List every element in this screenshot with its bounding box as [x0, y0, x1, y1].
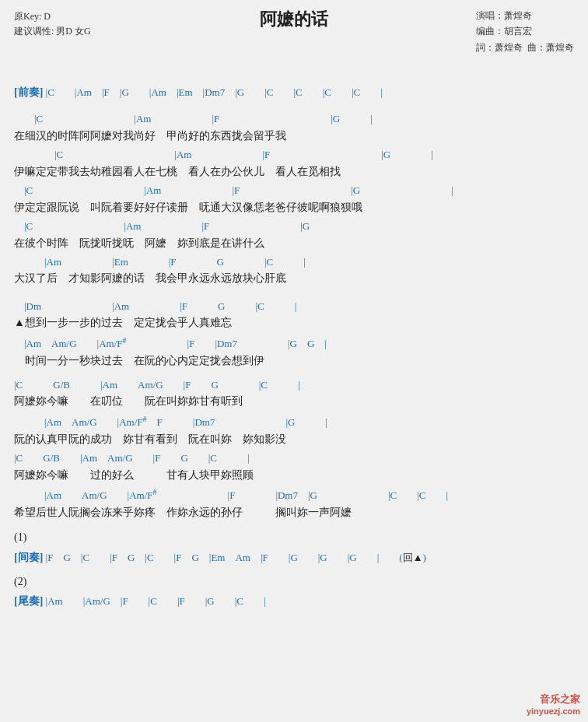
v2-lyric3: 阿嬷妳今嘛 过的好么 甘有人块甲妳照顾	[14, 467, 574, 484]
outro-chords: [尾奏] |Am |Am/G |F |C |F |G |C |	[14, 593, 574, 609]
page: 原Key: D 建议调性: 男D 女G 阿嬷的话 演唱：萧煌奇 编曲：胡言宏 詞…	[0, 0, 588, 722]
singer: 演唱：萧煌奇	[476, 8, 574, 23]
v2-chord3: |C G/B |Am Am/G |F G |C |	[14, 450, 574, 466]
section-prelude: [前奏] |C |Am |F |G |Am |Em |Dm7 |G |C |C …	[14, 84, 574, 100]
v1-chord4: |C |Am |F |G	[14, 219, 574, 234]
v1-chord3: |C |Am |F |G |	[14, 183, 574, 198]
section-verse1: |C |Am |F |G | 在细汉的时阵阿阿嬷对我尚好 甲尚好的东西拢会留乎我…	[14, 111, 574, 287]
v1-lyric3: 伊定定跟阮说 叫阮着要好好仔读册 呒通大汉像恁老爸仔彼呢啊狼狈哦	[14, 199, 574, 216]
prelude-chords: [前奏] |C |Am |F |G |Am |Em |Dm7 |G |C |C …	[14, 84, 574, 100]
meta-right: 演唱：萧煌奇 编曲：胡言宏 詞：萧煌奇 曲：萧煌奇	[476, 8, 574, 55]
v1-chord5: |Am |Em |F G |C |	[14, 254, 574, 270]
v2-chord2: |Am Am/G |Am/F# F |Dm7 |G |	[14, 413, 574, 430]
v1-lyric1: 在细汉的时阵阿阿嬷对我尚好 甲尚好的东西拢会留乎我	[14, 128, 574, 145]
section-interlude: (1) [间奏] |F G |C |F G |C |F G |Em Am |F …	[14, 529, 574, 565]
section-chorus1: |Dm |Am |F G |C | ▲想到一步一步的过去 定定拢会乎人真难忘 |…	[14, 299, 574, 370]
song-title: 阿嬷的话	[260, 9, 328, 29]
v1-lyric2: 伊嘛定定带我去幼稚园看人在七桃 看人在办公伙儿 看人在觅相找	[14, 163, 574, 180]
v1-chord1: |C |Am |F |G |	[14, 111, 574, 127]
watermark-line1: 音乐之家	[540, 693, 580, 705]
v2-chord1: |C G/B |Am Am/G |F G |C |	[14, 377, 574, 393]
interlude-chords: [间奏] |F G |C |F G |C |F G |Em Am |F |G |…	[14, 549, 574, 566]
lyricist: 詞：萧煌奇 曲：萧煌奇	[476, 40, 574, 55]
watermark: 音乐之家 yinyuezj.com	[527, 692, 580, 716]
c1-chord2: |Am Am/G |Am/F# |F |Dm7 |G G |	[14, 335, 574, 352]
v1-lyric4: 在彼个时阵 阮拢听拢呒 阿嬷 妳到底是在讲什么	[14, 235, 574, 252]
v2-lyric4: 希望后世人阮搁会冻来乎妳疼 作妳永远的孙仔 搁叫妳一声阿嬷	[14, 504, 574, 521]
v2-lyric1: 阿嬷妳今嘛 在叨位 阮在叫妳妳甘有听到	[14, 393, 574, 410]
section-verse2: |C G/B |Am Am/G |F G |C | 阿嬷妳今嘛 在叨位 阮在叫妳…	[14, 377, 574, 521]
section-outro: (2) [尾奏] |Am |Am/G |F |C |F |G |C |	[14, 573, 574, 609]
outro-label: (2)	[14, 573, 574, 591]
c1-lyric2: 时间一分一秒块过去 在阮的心内定定拢会想到伊	[14, 352, 574, 370]
c1-lyric1: ▲想到一步一步的过去 定定拢会乎人真难忘	[14, 314, 574, 331]
interlude-label1: (1)	[14, 529, 574, 546]
watermark-line2: yinyuezj.com	[527, 706, 580, 716]
c1-chord1: |Dm |Am |F G |C |	[14, 299, 574, 314]
v2-lyric2: 阮的认真甲阮的成功 妳甘有看到 阮在叫妳 妳知影没	[14, 431, 574, 448]
v2-chord4: |Am Am/G |Am/F# |F |Dm7 |G |C |C |	[14, 486, 574, 503]
v1-chord2: |C |Am |F |G |	[14, 147, 574, 163]
composer: 编曲：胡言宏	[476, 23, 574, 39]
v1-lyric5: 大汉了后 才知影阿嬷的话 我会甲永远永远放块心肝底	[14, 270, 574, 287]
